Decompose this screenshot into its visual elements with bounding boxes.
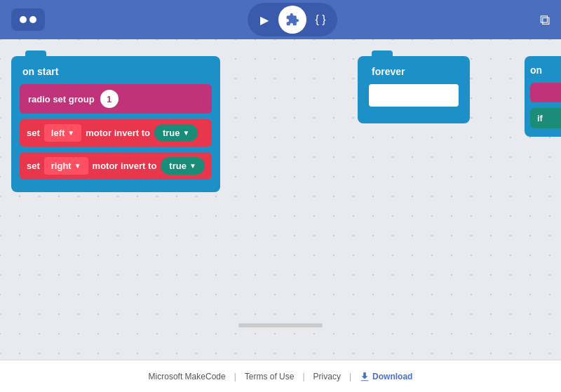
forever-label: forever xyxy=(369,63,459,79)
code-button[interactable]: { } xyxy=(306,6,334,34)
separator-3: | xyxy=(349,372,351,381)
on-partial-if-block: if xyxy=(530,108,561,128)
workspace: on start radio set group 1 set left ▼ mo… xyxy=(0,39,561,360)
on-partial-label: on xyxy=(530,63,561,77)
block-canvas: on start radio set group 1 set left ▼ mo… xyxy=(0,39,561,360)
terms-link[interactable]: Terms of Use xyxy=(245,372,295,381)
true-dropdown-arrow-1: ▼ xyxy=(183,129,190,137)
set-label-1: set xyxy=(27,128,40,138)
true-dropdown-2[interactable]: true ▼ xyxy=(161,157,204,175)
separator-2: | xyxy=(302,372,304,381)
forever-group: forever xyxy=(358,56,470,123)
header-right: ⧉ xyxy=(540,12,550,28)
right-dropdown-arrow: ▼ xyxy=(74,162,81,170)
forever-block[interactable]: forever xyxy=(358,56,470,123)
true-label-1: true xyxy=(163,128,180,138)
set-left-motor-block[interactable]: set left ▼ motor invert to true ▼ xyxy=(20,119,212,147)
logo xyxy=(11,8,45,31)
on-partial-container: on if xyxy=(525,56,561,137)
download-label: Download xyxy=(372,372,412,381)
open-external-icon: ⧉ xyxy=(540,12,550,28)
logo-circle-right xyxy=(29,16,36,23)
motor-invert-label-2: motor invert to xyxy=(93,161,157,171)
download-button[interactable]: Download xyxy=(360,372,412,381)
on-start-group: on start radio set group 1 set left ▼ mo… xyxy=(11,56,220,192)
radio-label: radio set group xyxy=(28,94,95,104)
logo-circle-left xyxy=(20,16,27,23)
true-label-2: true xyxy=(169,161,187,171)
brand-label: Microsoft MakeCode xyxy=(149,372,226,381)
on-start-label: on start xyxy=(20,63,212,79)
play-button[interactable]: ▶ xyxy=(250,6,278,34)
separator-1: | xyxy=(234,372,236,381)
open-external-button[interactable]: ⧉ xyxy=(540,12,550,28)
download-icon xyxy=(360,372,370,381)
privacy-link[interactable]: Privacy xyxy=(313,372,341,381)
footer: Microsoft MakeCode | Terms of Use | Priv… xyxy=(0,360,561,392)
on-partial-block: on if xyxy=(525,56,561,137)
left-dropdown-arrow: ▼ xyxy=(67,129,74,137)
radio-set-group-block[interactable]: radio set group 1 xyxy=(20,84,212,114)
puzzle-icon xyxy=(285,13,299,27)
true-dropdown-arrow-2: ▼ xyxy=(189,162,196,170)
true-dropdown-1[interactable]: true ▼ xyxy=(154,124,198,142)
toolbar: ▶ { } xyxy=(248,3,337,36)
on-partial-inner-block xyxy=(530,83,561,102)
forever-connector xyxy=(383,92,404,99)
scrollbar[interactable] xyxy=(238,323,323,327)
right-label: right xyxy=(51,161,72,171)
motor-invert-label-1: motor invert to xyxy=(86,128,150,138)
code-icon: { } xyxy=(315,13,325,26)
play-icon: ▶ xyxy=(260,13,269,27)
forever-slot xyxy=(369,84,459,107)
radio-group-value[interactable]: 1 xyxy=(100,90,119,108)
left-label: left xyxy=(51,128,65,138)
blocks-button[interactable] xyxy=(278,6,306,34)
left-dropdown[interactable]: left ▼ xyxy=(44,124,81,142)
right-dropdown[interactable]: right ▼ xyxy=(44,157,88,175)
set-right-motor-block[interactable]: set right ▼ motor invert to true ▼ xyxy=(20,152,212,180)
set-label-2: set xyxy=(27,161,40,171)
on-start-block[interactable]: on start radio set group 1 set left ▼ mo… xyxy=(11,56,220,192)
header: ▶ { } ⧉ xyxy=(0,0,561,39)
